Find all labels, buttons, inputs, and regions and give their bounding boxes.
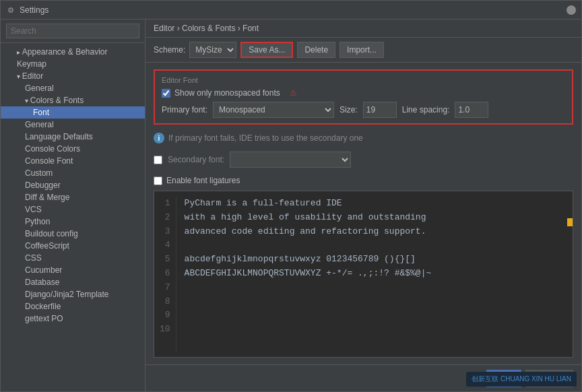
sidebar-item-buildout[interactable]: Buildout config — [1, 228, 145, 240]
sidebar-item-coffeescript[interactable]: CoffeeScript — [1, 240, 145, 252]
sidebar-item-console-colors[interactable]: Console Colors — [1, 143, 145, 155]
sidebar-item-python[interactable]: Python — [1, 216, 145, 228]
code-line-4 — [185, 238, 564, 253]
code-line-7 — [185, 281, 564, 295]
monospace-checkbox[interactable] — [162, 89, 170, 98]
secondary-font-row: Secondary font: — [154, 152, 573, 168]
size-label: Size: — [340, 105, 358, 115]
sidebar-item-css[interactable]: CSS — [1, 252, 145, 264]
spacing-label: Line spacing: — [402, 105, 450, 115]
sidebar-item-vcs[interactable]: VCS — [1, 203, 145, 216]
window-controls — [567, 5, 576, 15]
code-line-6: ABCDEFGHIJKLMNOPQRSTUVWXYZ +-*/= .,;:!? … — [185, 267, 564, 281]
scheme-toolbar: Scheme: MySize Save As... Delete Import.… — [146, 38, 581, 63]
svg-point-1 — [10, 9, 11, 11]
ligatures-row: Enable font ligatures — [154, 176, 573, 185]
sidebar-item-general[interactable]: General — [1, 82, 145, 94]
line-num-10: 10 — [160, 323, 170, 337]
sidebar-item-diff-merge[interactable]: Diff & Merge — [1, 191, 145, 203]
sidebar-item-console-font[interactable]: Console Font — [1, 155, 145, 167]
delete-button[interactable]: Delete — [297, 42, 335, 58]
code-line-8 — [185, 295, 564, 309]
ligatures-checkbox[interactable] — [154, 176, 162, 185]
code-line-3: advanced code editing and refactoring su… — [185, 225, 564, 239]
breadcrumb-part3: Font — [243, 24, 259, 33]
sidebar-item-font[interactable]: Font — [1, 106, 145, 119]
sidebar-item-gettext[interactable]: gettext PO — [1, 313, 145, 325]
sidebar-item-cucumber[interactable]: Cucumber — [1, 264, 145, 276]
scroll-position-indicator — [567, 218, 573, 226]
sidebar-item-general2[interactable]: General — [1, 119, 145, 131]
sidebar-item-database[interactable]: Database — [1, 276, 145, 288]
scroll-marker — [567, 191, 573, 357]
font-section: Editor Font Show only monospaced fonts ⚠… — [154, 69, 573, 125]
main-area: Editor Font Show only monospaced fonts ⚠… — [146, 63, 581, 364]
watermark: 创新互联 CHUANG XIN HU LIAN — [466, 372, 577, 387]
warning-icon: ⚠ — [290, 88, 297, 98]
line-num-7: 7 — [160, 281, 170, 295]
breadcrumb: Editor › Colors & Fonts › Font — [146, 20, 581, 38]
code-preview: 1 2 3 4 5 6 7 8 9 10 PyCharm is a full-f… — [154, 191, 573, 358]
search-input[interactable] — [6, 24, 139, 38]
size-input[interactable] — [363, 102, 397, 118]
secondary-font-select[interactable] — [230, 152, 351, 168]
settings-window: Settings Appearance & Behavior Keymap Ed… — [0, 0, 582, 392]
info-row: i If primary font fails, IDE tries to us… — [154, 130, 573, 146]
main-content: Appearance & Behavior Keymap Editor Gene… — [1, 20, 581, 391]
line-num-3: 3 — [160, 225, 170, 239]
save-as-button[interactable]: Save As... — [240, 42, 293, 58]
code-line-2: with a high level of usability and outst… — [185, 211, 564, 225]
breadcrumb-part2: Colors & Fonts — [182, 24, 235, 33]
secondary-checkbox[interactable] — [154, 156, 162, 164]
ligatures-label: Enable font ligatures — [166, 176, 240, 185]
scheme-label: Scheme: — [154, 45, 185, 55]
sidebar-item-appearance[interactable]: Appearance & Behavior — [1, 46, 145, 58]
code-line-1: PyCharm is a full-featured IDE — [185, 197, 564, 211]
spacing-input[interactable] — [455, 102, 488, 118]
breadcrumb-sep1: › — [177, 24, 182, 33]
code-line-9 — [185, 308, 564, 323]
sidebar-item-debugger[interactable]: Debugger — [1, 179, 145, 191]
code-content: PyCharm is a full-featured IDE with a hi… — [176, 197, 573, 352]
breadcrumb-sep2: › — [238, 24, 243, 33]
monospace-row: Show only monospaced fonts ⚠ — [162, 88, 565, 98]
line-num-6: 6 — [160, 267, 170, 281]
window-title: Settings — [20, 5, 48, 15]
line-num-8: 8 — [160, 295, 170, 309]
line-num-1: 1 — [160, 197, 170, 211]
sidebar-tree: Appearance & Behavior Keymap Editor Gene… — [1, 43, 145, 391]
line-numbers: 1 2 3 4 5 6 7 8 9 10 — [154, 197, 176, 352]
sidebar-item-custom[interactable]: Custom — [1, 167, 145, 179]
sidebar-item-editor[interactable]: Editor — [1, 70, 145, 82]
info-icon: i — [154, 133, 164, 143]
left-panel: Appearance & Behavior Keymap Editor Gene… — [1, 20, 146, 391]
sidebar-item-dockerfile[interactable]: Dockerfile — [1, 300, 145, 313]
info-text: If primary font fails, IDE tries to use … — [168, 133, 363, 143]
primary-font-row: Primary font: Monospaced Size: Line spac… — [162, 102, 565, 118]
sidebar-item-keymap[interactable]: Keymap — [1, 58, 145, 70]
line-num-4: 4 — [160, 238, 170, 253]
breadcrumb-part1: Editor — [154, 24, 174, 33]
primary-font-label: Primary font: — [162, 105, 207, 115]
line-num-5: 5 — [160, 253, 170, 267]
line-num-2: 2 — [160, 211, 170, 225]
scheme-select[interactable]: MySize — [189, 42, 236, 58]
code-line-5: abcdefghijklmnopqrstuvwxyz 0123456789 ()… — [185, 253, 564, 267]
import-button[interactable]: Import... — [340, 42, 384, 58]
sidebar-item-colors-fonts[interactable]: Colors & Fonts — [1, 94, 145, 106]
code-line-10 — [185, 323, 564, 337]
settings-icon — [6, 5, 15, 15]
right-panel: Editor › Colors & Fonts › Font Scheme: M… — [146, 20, 581, 391]
secondary-font-label: Secondary font: — [168, 155, 224, 164]
sidebar-item-django[interactable]: Django/Jinja2 Template — [1, 288, 145, 300]
monospace-label: Show only monospaced fonts — [174, 88, 280, 98]
sidebar-item-language-defaults[interactable]: Language Defaults — [1, 131, 145, 143]
font-section-title: Editor Font — [162, 76, 565, 84]
title-bar: Settings — [1, 1, 581, 20]
search-box — [1, 20, 145, 43]
close-button[interactable] — [567, 5, 576, 15]
line-num-9: 9 — [160, 308, 170, 323]
primary-font-select[interactable]: Monospaced — [213, 102, 334, 118]
